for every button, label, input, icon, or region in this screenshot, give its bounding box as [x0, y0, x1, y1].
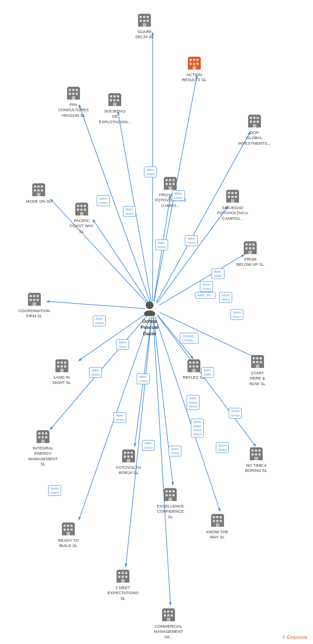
svg-rect-125 [61, 361, 63, 364]
building-icon [164, 176, 177, 191]
company-node-sociedad_explotacion[interactable]: SOCIEDAD DE EXPLOTACION... [99, 92, 131, 125]
svg-rect-173 [255, 453, 257, 456]
company-label: PPA CONSULTORES ARAGON SL [58, 102, 89, 118]
role-badge-r1: Adm. Unico [144, 167, 157, 177]
company-node-from_below_up[interactable]: FROM BELOW UP SL [236, 240, 264, 267]
svg-rect-218 [167, 614, 169, 617]
company-node-ready_to_build[interactable]: READY TO BUILD SL [58, 522, 79, 549]
building-icon [211, 513, 224, 529]
company-node-pacific_coast[interactable]: PACIFIC COAST WAY SL [70, 202, 94, 234]
person-node[interactable]: Ochoa Pascual David [141, 300, 159, 337]
svg-rect-81 [84, 205, 86, 207]
company-label: DOP GLOBAL INVESTMENTS... [238, 130, 270, 146]
svg-rect-29 [143, 20, 145, 22]
svg-rect-148 [256, 365, 259, 368]
company-node-2meet_expectations[interactable]: 2 MEET EXPECTATIONS SL [107, 569, 138, 601]
svg-rect-48 [76, 93, 78, 95]
svg-rect-39 [196, 63, 199, 65]
person-label: Ochoa Pascual David [141, 318, 159, 337]
company-node-no_time_boring[interactable]: NO TIME 4 BORING SL [245, 447, 267, 474]
svg-rect-199 [64, 529, 66, 531]
svg-rect-205 [118, 572, 120, 574]
svg-rect-93 [172, 183, 175, 185]
svg-rect-101 [231, 196, 233, 198]
company-label: FOTOVOLTAI BORJA SL [116, 465, 141, 476]
svg-rect-175 [255, 457, 258, 460]
svg-line-12 [80, 313, 146, 360]
svg-rect-75 [41, 189, 43, 191]
svg-rect-164 [127, 456, 129, 458]
company-node-mode_on[interactable]: MODE ON SL [26, 182, 52, 204]
svg-rect-79 [77, 205, 79, 207]
svg-rect-31 [143, 23, 146, 27]
svg-rect-154 [38, 436, 40, 438]
svg-rect-98 [231, 192, 233, 194]
company-label: ACTION RESULTS SL [182, 72, 206, 83]
company-label: COMMERCIAL MANAGEMENT OF... [154, 624, 183, 640]
svg-rect-54 [117, 95, 119, 97]
role-badge-r19: Adm. Socio Único [187, 395, 199, 410]
company-node-fotovoltai_borja[interactable]: FOTOVOLTAI BORJA SL [116, 449, 141, 476]
svg-rect-117 [37, 295, 39, 297]
svg-rect-142 [253, 357, 255, 359]
svg-rect-133 [189, 361, 191, 364]
company-node-sociedad_fotovoltaica[interactable]: SOCIEDAD FOTOVOLTAICA CAMPOS... [217, 189, 248, 221]
svg-rect-207 [125, 572, 127, 574]
building-icon [117, 569, 129, 584]
svg-rect-119 [33, 299, 35, 301]
svg-rect-44 [72, 89, 74, 91]
company-node-commercial_management[interactable]: COMMERCIAL MANAGEMENT OF... [154, 608, 183, 640]
company-node-excellence_confidence[interactable]: EXCELLENCE CONFIDENCE SL [157, 487, 184, 519]
company-node-dop_global[interactable]: DOP GLOBAL INVESTMENTS... [238, 114, 270, 146]
svg-rect-153 [45, 432, 47, 434]
svg-rect-67 [253, 124, 256, 128]
role-badge-r11: Socio Único [230, 309, 243, 320]
role-badge-r5: Adm. Unico [155, 240, 168, 250]
company-node-integral_energy[interactable]: INTEGRAL ENERGY MANAGEMENT SL [26, 429, 60, 467]
svg-rect-214 [164, 611, 166, 613]
company-node-know_the_way[interactable]: KNOW THE WAY SL [206, 513, 228, 540]
company-node-land_in_sight[interactable]: LAND IN SIGHT SL [52, 358, 71, 386]
company-node-start_here_now[interactable]: START HERE & NOW SL [249, 354, 265, 386]
svg-rect-219 [171, 614, 173, 617]
svg-rect-137 [193, 365, 195, 368]
svg-rect-38 [193, 63, 195, 65]
svg-rect-91 [166, 183, 168, 185]
svg-line-17 [157, 315, 255, 445]
svg-rect-179 [169, 490, 171, 492]
company-label: MODE ON SL [26, 199, 52, 204]
svg-rect-178 [166, 490, 168, 492]
svg-rect-120 [37, 299, 39, 301]
svg-rect-40 [193, 66, 196, 70]
svg-rect-35 [193, 59, 195, 61]
graph-container: SOARE DELTA SL ACTION RESULTS SL PPA CON… [0, 0, 313, 644]
svg-rect-193 [216, 523, 219, 527]
role-badge-r16: Adm. Unico [137, 374, 150, 384]
role-badge-r4: Adm. Unico [123, 206, 136, 217]
svg-rect-130 [60, 369, 64, 372]
svg-rect-55 [110, 99, 112, 101]
svg-rect-110 [249, 247, 251, 249]
svg-rect-89 [169, 179, 171, 181]
company-node-coordination_firm[interactable]: COORDINATION FIRM SL [18, 292, 50, 319]
company-label: READY TO BUILD SL [58, 538, 79, 549]
svg-rect-136 [189, 365, 191, 368]
company-label: PACIFIC COAST WAY SL [70, 218, 94, 234]
svg-rect-143 [256, 357, 258, 359]
building-icon [37, 429, 49, 445]
company-node-ppa_consultores[interactable]: PPA CONSULTORES ARAGON SL [58, 86, 89, 118]
svg-rect-92 [169, 183, 171, 185]
company-node-action_results[interactable]: ACTION RESULTS SL [182, 56, 206, 83]
svg-rect-43 [69, 89, 71, 91]
svg-rect-85 [80, 212, 83, 216]
company-label: INTEGRAL ENERGY MANAGEMENT SL [26, 446, 60, 467]
svg-rect-129 [64, 365, 66, 368]
svg-rect-215 [167, 611, 169, 613]
company-node-soare_delta[interactable]: SOARE DELTA SL [135, 13, 154, 40]
svg-rect-152 [42, 432, 44, 434]
svg-rect-46 [69, 93, 71, 95]
role-badge-r9: Socio Único [219, 292, 232, 303]
svg-point-222 [144, 310, 155, 316]
svg-rect-191 [216, 520, 218, 522]
svg-rect-100 [228, 196, 230, 198]
